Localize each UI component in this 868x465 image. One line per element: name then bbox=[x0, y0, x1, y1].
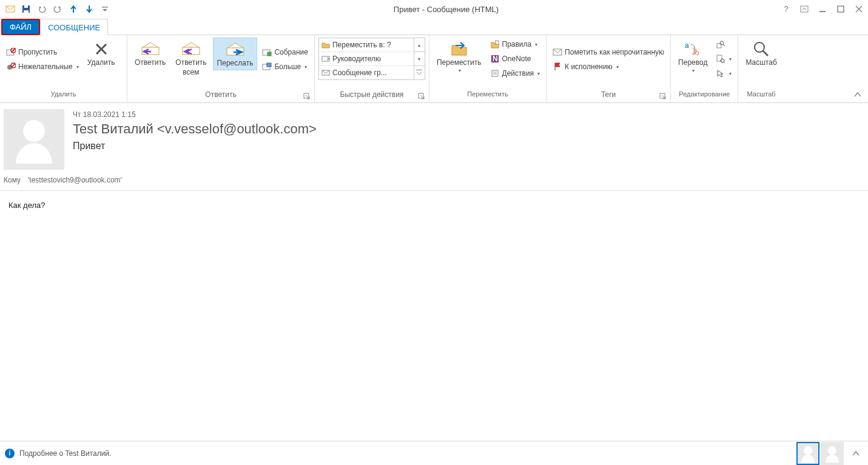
svg-line-41 bbox=[724, 62, 725, 63]
reply-button[interactable]: Ответить bbox=[131, 38, 169, 69]
to-manager-icon bbox=[321, 55, 330, 62]
reply-icon bbox=[140, 40, 161, 57]
svg-text:N: N bbox=[493, 55, 498, 63]
zoom-button[interactable]: Масштаб bbox=[742, 38, 780, 69]
contact-thumb-2[interactable] bbox=[821, 442, 844, 465]
group-quick-steps-label: Быстрые действия bbox=[318, 90, 425, 102]
sender-avatar bbox=[4, 109, 64, 170]
redo-icon[interactable] bbox=[51, 2, 64, 16]
actions-button[interactable]: Действия▾ bbox=[488, 67, 543, 80]
ribbon-display-icon[interactable] bbox=[799, 4, 810, 15]
svg-line-38 bbox=[723, 44, 725, 46]
group-editing-label: Редактирование bbox=[675, 90, 734, 102]
chevron-down-icon: ▾ bbox=[535, 42, 537, 47]
junk-label: Нежелательные bbox=[18, 62, 73, 71]
group-quick-steps: Переместить в: ? Руководителю Сообщение … bbox=[315, 35, 429, 102]
svg-rect-22 bbox=[322, 56, 329, 61]
svg-point-42 bbox=[755, 42, 764, 52]
group-move: Переместить ▾ Правила▾ NOneNote Действия… bbox=[429, 35, 547, 102]
chevron-down-icon: ▾ bbox=[729, 71, 732, 76]
message-date: Чт 18.03.2021 1:15 bbox=[73, 110, 860, 119]
message-body: Как дела? bbox=[0, 197, 868, 441]
svg-rect-18 bbox=[267, 52, 271, 56]
tab-file[interactable]: ФАЙЛ bbox=[1, 19, 40, 35]
people-thumbnails bbox=[796, 442, 844, 465]
onenote-button[interactable]: NOneNote bbox=[488, 52, 543, 65]
svg-line-43 bbox=[763, 51, 768, 56]
ribbon: Пропустить Нежелательные ▾ Удалить Удали… bbox=[0, 35, 868, 103]
ignore-button[interactable]: Пропустить bbox=[4, 45, 81, 59]
select-icon bbox=[716, 69, 725, 78]
message-subject: Привет bbox=[73, 141, 860, 152]
group-respond: Ответить Ответить всем Переслать Собрани… bbox=[127, 35, 315, 102]
maximize-icon[interactable] bbox=[835, 4, 846, 15]
related-button[interactable]: ▾ bbox=[713, 52, 734, 65]
minimize-icon[interactable] bbox=[817, 4, 828, 15]
svg-line-13 bbox=[12, 64, 15, 67]
quickstep-scroll-up[interactable]: ▴ bbox=[414, 38, 425, 52]
select-button[interactable]: ▾ bbox=[713, 67, 734, 80]
tab-message[interactable]: СООБЩЕНИЕ bbox=[40, 19, 108, 35]
message-header: Чт 18.03.2021 1:15 Test Виталий <v.vesse… bbox=[0, 103, 868, 175]
quickstep-manager[interactable]: Руководителю bbox=[319, 52, 414, 66]
junk-button[interactable]: Нежелательные ▾ bbox=[4, 60, 81, 73]
forward-button[interactable]: Переслать bbox=[213, 38, 258, 70]
title-bar: Привет - Сообщение (HTML) ? bbox=[0, 0, 868, 18]
zoom-label: Масштаб bbox=[745, 58, 776, 67]
quickstep-scroll-down[interactable]: ▾ bbox=[414, 52, 425, 66]
more-respond-button[interactable]: Больше ▾ bbox=[260, 60, 311, 73]
to-label: Кому bbox=[4, 176, 21, 184]
delete-icon bbox=[91, 40, 112, 57]
help-icon[interactable]: ? bbox=[781, 4, 792, 15]
qat-customize-icon[interactable] bbox=[98, 2, 112, 16]
svg-text:a: a bbox=[685, 41, 689, 50]
contact-thumb-1[interactable] bbox=[796, 442, 819, 465]
next-icon[interactable] bbox=[82, 2, 96, 16]
status-bar: i Подробнее о Test Виталий. bbox=[0, 441, 868, 465]
meeting-label: Собрание bbox=[274, 48, 308, 56]
svg-point-45 bbox=[804, 446, 812, 455]
mark-unread-button[interactable]: Пометить как непрочитанную bbox=[550, 45, 667, 59]
translate-label: Перевод bbox=[678, 58, 707, 67]
related-icon bbox=[716, 54, 725, 64]
svg-rect-39 bbox=[717, 55, 722, 61]
follow-up-button[interactable]: К исполнению▾ bbox=[550, 60, 667, 73]
reply-all-icon bbox=[181, 40, 201, 57]
translate-button[interactable]: aあ Перевод ▾ bbox=[675, 38, 711, 76]
dialog-launcher-icon[interactable] bbox=[659, 93, 668, 101]
quickstep-team-email[interactable]: Сообщение гр... bbox=[319, 66, 414, 79]
undo-icon[interactable] bbox=[35, 2, 49, 16]
rules-button[interactable]: Правила▾ bbox=[488, 38, 543, 51]
meeting-button[interactable]: Собрание bbox=[260, 45, 311, 59]
svg-rect-4 bbox=[102, 7, 108, 8]
expand-people-pane-icon[interactable] bbox=[849, 446, 863, 461]
chevron-down-icon: ▾ bbox=[692, 68, 695, 73]
group-delete: Пропустить Нежелательные ▾ Удалить Удали… bbox=[0, 35, 127, 102]
window-controls: ? bbox=[781, 4, 864, 15]
window-title: Привет - Сообщение (HTML) bbox=[112, 5, 781, 14]
quickstep-expand[interactable] bbox=[414, 66, 425, 79]
flag-icon bbox=[553, 62, 562, 72]
rules-icon bbox=[490, 39, 500, 49]
chevron-down-icon: ▾ bbox=[76, 64, 79, 70]
find-button[interactable] bbox=[713, 38, 734, 51]
chevron-down-icon: ▾ bbox=[616, 64, 619, 70]
dialog-launcher-icon[interactable] bbox=[418, 93, 426, 101]
more-icon bbox=[262, 62, 272, 72]
collapse-ribbon-icon[interactable] bbox=[852, 89, 863, 100]
svg-rect-6 bbox=[819, 11, 826, 12]
quickstep-move-to[interactable]: Переместить в: ? bbox=[319, 38, 414, 52]
move-button[interactable]: Переместить ▾ bbox=[433, 38, 485, 76]
dialog-launcher-icon[interactable] bbox=[303, 93, 312, 101]
app-icon bbox=[4, 2, 17, 16]
find-icon bbox=[716, 39, 725, 49]
reply-all-label-2: всем bbox=[183, 68, 199, 76]
save-icon[interactable] bbox=[19, 2, 33, 16]
message-recipients: Кому 'testtestovich9@outlook.com' bbox=[0, 175, 868, 188]
reply-all-button[interactable]: Ответить всем bbox=[172, 38, 210, 79]
close-icon[interactable] bbox=[853, 4, 864, 15]
group-zoom: Масштаб Масштаб bbox=[738, 35, 784, 102]
status-text[interactable]: Подробнее о Test Виталий. bbox=[19, 449, 111, 458]
delete-button[interactable]: Удалить bbox=[84, 38, 119, 69]
prev-icon[interactable] bbox=[67, 2, 80, 16]
